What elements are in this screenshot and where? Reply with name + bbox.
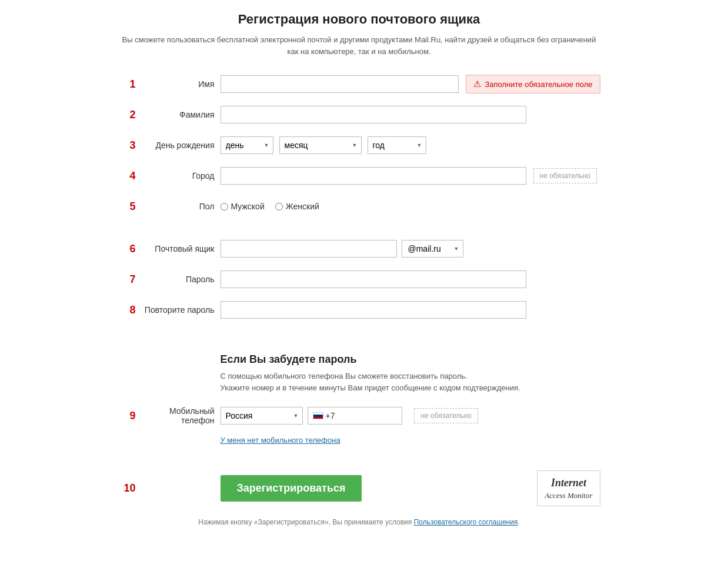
first-name-field xyxy=(221,75,459,93)
city-input[interactable] xyxy=(221,167,526,185)
gender-options: Мужской Женский xyxy=(221,202,319,211)
gender-row: 5 Пол Мужской Женский xyxy=(118,196,600,217)
registration-form: 1 Имя ⚠ Заполните обязательное поле 2 Фа… xyxy=(118,74,600,526)
first-name-label: Имя xyxy=(138,79,221,89)
mailbox-inputs: @mail.ru @inbox.ru @list.ru @bk.ru xyxy=(221,240,463,258)
gender-male-option[interactable]: Мужской xyxy=(221,202,265,211)
mailbox-row: 6 Почтовый ящик @mail.ru @inbox.ru @list… xyxy=(118,238,600,259)
phone-inputs: Россия Украина Беларусь Казахстан Другая… xyxy=(221,407,479,425)
birthday-label: День рождения xyxy=(138,141,221,150)
country-select[interactable]: Россия Украина Беларусь Казахстан Другая xyxy=(221,407,303,425)
birthday-selects: день 12345 678910 1112131415 1617181920 … xyxy=(221,136,426,154)
step-8: 8 xyxy=(118,304,136,316)
year-select[interactable]: год 20052004200320022001 200019991998199… xyxy=(368,136,426,154)
tos-link[interactable]: Пользовательского соглашения xyxy=(414,518,518,526)
last-name-input[interactable] xyxy=(221,106,526,123)
country-select-wrapper: Россия Украина Беларусь Казахстан Другая xyxy=(221,407,303,425)
step-9: 9 xyxy=(118,410,136,422)
password-row: 7 Пароль xyxy=(118,269,600,290)
page-title: Регистрация нового почтового ящика xyxy=(118,12,600,27)
last-name-field xyxy=(221,106,526,123)
step-1: 1 xyxy=(118,78,136,91)
password-field xyxy=(221,270,526,288)
recovery-title: Если Вы забудете пароль xyxy=(221,353,600,366)
mailbox-label: Почтовый ящик xyxy=(138,244,221,253)
russia-flag-icon xyxy=(313,412,323,419)
confirm-password-field xyxy=(221,301,526,319)
first-name-row: 1 Имя ⚠ Заполните обязательное поле xyxy=(118,74,600,95)
phone-row: 9 Мобильный телефон Россия Украина Белар… xyxy=(118,405,600,426)
first-name-input[interactable] xyxy=(221,75,459,93)
city-label: Город xyxy=(138,171,221,181)
gender-male-label: Мужской xyxy=(231,202,265,211)
day-select[interactable]: день 12345 678910 1112131415 1617181920 … xyxy=(221,136,273,154)
step-4: 4 xyxy=(118,170,136,182)
gender-label: Пол xyxy=(138,202,221,211)
step-2: 2 xyxy=(118,109,136,121)
footer-text: Нажимая кнопку «Зарегистрироваться», Вы … xyxy=(118,518,600,526)
last-name-label: Фамилия xyxy=(138,110,221,119)
gender-female-option[interactable]: Женский xyxy=(275,202,319,211)
domain-select-wrapper: @mail.ru @inbox.ru @list.ru @bk.ru xyxy=(402,240,463,258)
gender-female-label: Женский xyxy=(286,202,319,211)
internet-monitor-badge: Internet Access Monitor xyxy=(537,470,600,506)
gender-male-radio[interactable] xyxy=(221,203,228,211)
password-recovery-section: Если Вы забудете пароль С помощью мобиль… xyxy=(118,353,600,393)
no-phone-link[interactable]: У меня нет мобильного телефона xyxy=(221,436,600,445)
first-name-error: ⚠ Заполните обязательное поле xyxy=(466,75,600,93)
city-row: 4 Город не обязательно xyxy=(118,165,600,186)
step-10: 10 xyxy=(118,482,136,495)
submit-content: Зарегистрироваться Internet Access Monit… xyxy=(221,470,600,506)
warning-icon: ⚠ xyxy=(473,79,481,89)
confirm-password-input[interactable] xyxy=(221,301,526,319)
step-6: 6 xyxy=(118,243,136,255)
submit-row: 10 Зарегистрироваться Internet Access Mo… xyxy=(118,470,600,506)
phone-label: Мобильный телефон xyxy=(138,406,221,425)
recovery-description: С помощью мобильного телефона Вы сможете… xyxy=(221,370,600,393)
year-select-wrapper: год 20052004200320022001 200019991998199… xyxy=(368,136,426,154)
step-7: 7 xyxy=(118,273,136,286)
confirm-password-row: 8 Повторите пароль xyxy=(118,299,600,320)
step-5: 5 xyxy=(118,201,136,213)
last-name-row: 2 Фамилия xyxy=(118,104,600,125)
city-optional-badge: не обязательно xyxy=(533,168,597,183)
gender-female-radio[interactable] xyxy=(275,203,283,211)
password-label: Пароль xyxy=(138,275,221,284)
password-input[interactable] xyxy=(221,270,526,288)
day-select-wrapper: день 12345 678910 1112131415 1617181920 … xyxy=(221,136,273,154)
page-subtitle: Вы сможете пользоваться бесплатной элект… xyxy=(118,34,600,57)
phone-number-input[interactable] xyxy=(338,411,397,420)
phone-number-wrapper: +7 xyxy=(308,407,403,425)
step-3: 3 xyxy=(118,139,136,152)
badge-line2: Access Monitor xyxy=(545,490,592,501)
confirm-password-label: Повторите пароль xyxy=(138,305,221,315)
badge-line1: Internet xyxy=(545,476,592,490)
birthday-row: 3 День рождения день 12345 678910 111213… xyxy=(118,135,600,156)
phone-prefix: +7 xyxy=(326,411,335,420)
phone-optional-badge: не обязательно xyxy=(414,408,478,423)
month-select-wrapper: месяц ЯнварьФевральМарт АпрельМайИюнь Ию… xyxy=(279,136,362,154)
month-select[interactable]: месяц ЯнварьФевральМарт АпрельМайИюнь Ию… xyxy=(279,136,362,154)
register-button[interactable]: Зарегистрироваться xyxy=(221,475,362,502)
city-field xyxy=(221,167,526,185)
mailbox-input[interactable] xyxy=(221,240,397,258)
domain-select[interactable]: @mail.ru @inbox.ru @list.ru @bk.ru xyxy=(402,240,463,258)
